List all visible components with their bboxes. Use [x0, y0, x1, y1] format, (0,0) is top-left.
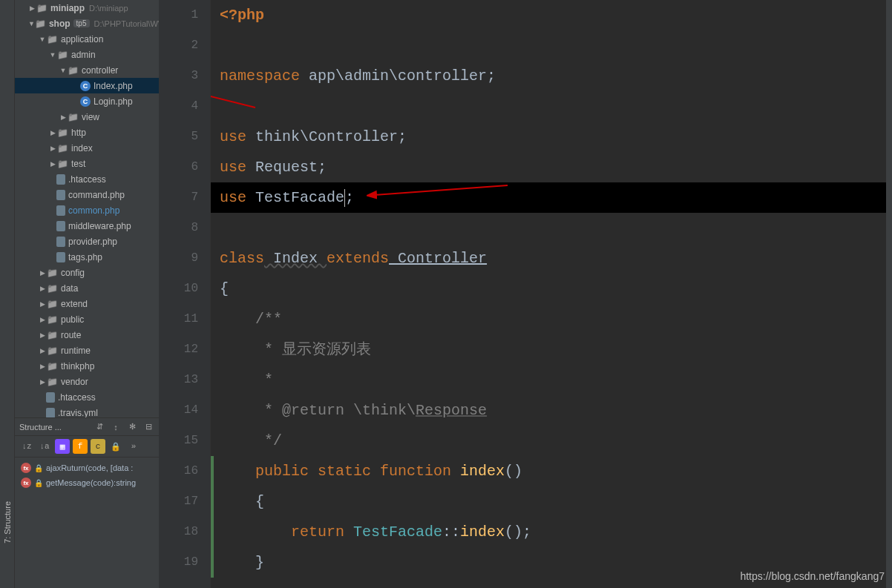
tree-folder-test[interactable]: ▶ test — [15, 156, 159, 171]
tree-folder-extend[interactable]: ▶ extend — [15, 296, 159, 311]
tree-folder-vendor[interactable]: ▶ vendor — [15, 374, 159, 389]
chevron-right-icon: ▶ — [59, 113, 67, 121]
folder-icon — [67, 65, 79, 76]
line-number: 6 — [159, 152, 198, 182]
tree-folder-admin[interactable]: ▼ admin — [15, 47, 159, 62]
tree-label: Index.php — [94, 81, 133, 91]
code-line: namespace app\admin\controller; — [211, 61, 892, 91]
tree-label: shop — [49, 19, 70, 29]
php-file-icon — [56, 237, 65, 247]
folder-icon — [36, 2, 47, 14]
line-number: 18 — [159, 517, 198, 547]
line-number: 3 — [159, 61, 198, 91]
structure-item-label: ajaxRuturn(code, [data : — [46, 463, 133, 472]
line-gutter[interactable]: 1 2 3 4 5 6 7 8 9 10 11 12 13 14 15 16 1… — [159, 0, 211, 588]
tree-label: miniapp — [50, 3, 85, 13]
tree-folder-public[interactable]: ▶ public — [15, 311, 159, 327]
folder-icon — [56, 127, 68, 139]
gear-icon[interactable]: ✻ — [126, 421, 138, 433]
tree-file-travis[interactable]: .travis.yml — [15, 405, 159, 417]
folder-icon — [46, 267, 58, 279]
line-number: 8 — [159, 213, 198, 243]
structure-function-item[interactable]: 🔒 getMessage(code):string — [18, 475, 156, 490]
folder-icon — [46, 329, 58, 341]
module-tag: tp5 — [73, 19, 90, 27]
tree-folder-controller[interactable]: ▼ controller — [15, 62, 159, 78]
show-inherited-button[interactable]: 🔒 — [108, 439, 123, 454]
structure-header: Structure ... ⇵ ↕ ✻ ⊟ — [15, 418, 159, 436]
php-file-icon — [56, 252, 65, 262]
php-file-icon — [56, 221, 65, 231]
tree-folder-runtime[interactable]: ▶ runtime — [15, 343, 159, 358]
tree-label: application — [61, 34, 103, 44]
tree-label: index — [71, 143, 93, 153]
vertical-tool-tab[interactable]: 7: Structure — [0, 0, 15, 588]
watermark: https://blog.csdn.net/fangkang7 — [740, 570, 885, 582]
tree-folder-data[interactable]: ▶ data — [15, 280, 159, 296]
tree-file-htaccess-root[interactable]: .htaccess — [15, 389, 159, 405]
line-number: 2 — [159, 30, 198, 61]
autoscroll-button[interactable]: » — [126, 439, 141, 454]
tree-folder-config[interactable]: ▶ config — [15, 265, 159, 280]
tree-file-login-php[interactable]: Login.php — [15, 93, 159, 109]
collapse-icon[interactable]: ↕ — [110, 421, 122, 433]
chevron-down-icon: ▼ — [59, 67, 67, 74]
tree-file-command-php[interactable]: command.php — [15, 187, 159, 202]
file-icon — [46, 408, 55, 418]
folder-icon — [56, 49, 68, 61]
code-line-current: use TestFacade; — [211, 182, 892, 213]
show-fields-button[interactable]: ▦ — [55, 439, 70, 454]
code-editor[interactable]: 1 2 3 4 5 6 7 8 9 10 11 12 13 14 15 16 1… — [159, 0, 892, 588]
folder-icon — [46, 360, 58, 372]
chevron-right-icon: ▶ — [39, 269, 46, 277]
project-tree[interactable]: ▶ miniapp D:\miniapp ▼ shop tp5 D:\PHPTu… — [15, 0, 159, 417]
code-area[interactable]: <?php namespace app\admin\controller; us… — [211, 0, 892, 588]
tree-file-index-php[interactable]: Index.php — [15, 78, 159, 93]
code-line: use think\Controller; — [211, 122, 892, 152]
tree-label: provider.php — [68, 237, 117, 247]
chevron-right-icon: ▶ — [39, 378, 46, 386]
code-line — [211, 91, 892, 122]
structure-function-item[interactable]: 🔒 ajaxRuturn(code, [data : — [18, 460, 156, 475]
chevron-right-icon: ▶ — [39, 331, 46, 339]
tree-file-common-php[interactable]: common.php — [15, 202, 159, 218]
tree-label: .travis.yml — [58, 408, 98, 418]
php-class-icon — [80, 96, 91, 107]
tree-folder-index[interactable]: ▶ index — [15, 140, 159, 156]
file-icon — [56, 174, 65, 185]
tree-label: .htaccess — [68, 174, 106, 185]
code-line: <?php — [211, 0, 892, 30]
tree-project-shop[interactable]: ▼ shop tp5 D:\PHPTutorial\WW — [15, 16, 159, 31]
tree-file-htaccess[interactable]: .htaccess — [15, 171, 159, 187]
chevron-down-icon: ▼ — [49, 51, 56, 59]
tree-label: data — [61, 283, 78, 294]
tree-project-miniapp[interactable]: ▶ miniapp D:\miniapp — [15, 0, 159, 16]
tree-folder-http[interactable]: ▶ http — [15, 125, 159, 140]
hide-icon[interactable]: ⊟ — [142, 421, 154, 433]
show-constants-button[interactable]: c — [91, 439, 105, 454]
folder-icon — [56, 142, 68, 154]
line-number: 7 — [159, 182, 198, 213]
chevron-down-icon: ▼ — [28, 20, 35, 27]
tree-file-tags-php[interactable]: tags.php — [15, 249, 159, 265]
sort-visibility-button[interactable]: ↓a — [37, 439, 52, 454]
tree-file-provider-php[interactable]: provider.php — [15, 234, 159, 249]
function-icon — [21, 463, 31, 473]
tree-file-middleware-php[interactable]: middleware.php — [15, 218, 159, 234]
editor-scrollbar[interactable] — [886, 0, 892, 588]
tree-folder-thinkphp[interactable]: ▶ thinkphp — [15, 358, 159, 374]
sidebar: ▶ miniapp D:\miniapp ▼ shop tp5 D:\PHPTu… — [15, 0, 159, 588]
folder-icon — [46, 345, 58, 357]
tree-folder-view[interactable]: ▶ view — [15, 109, 159, 125]
line-number: 5 — [159, 122, 198, 152]
tree-folder-application[interactable]: ▼ application — [15, 31, 159, 47]
code-line: /** — [211, 304, 892, 334]
tree-folder-route[interactable]: ▶ route — [15, 327, 159, 343]
chevron-right-icon: ▶ — [39, 316, 46, 323]
tree-label: extend — [61, 299, 88, 309]
tree-label: vendor — [61, 377, 88, 387]
structure-tab-label: 7: Structure — [3, 501, 12, 544]
expand-icon[interactable]: ⇵ — [94, 421, 105, 433]
show-methods-button[interactable]: f — [73, 439, 88, 454]
sort-alpha-button[interactable]: ↓z — [19, 439, 34, 454]
